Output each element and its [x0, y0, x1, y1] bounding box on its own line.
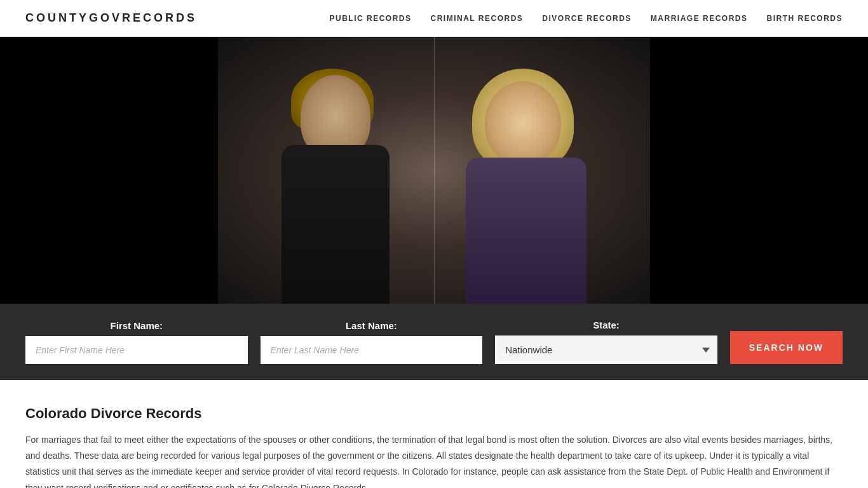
figure-right-body [466, 158, 587, 304]
state-select-wrapper: NationwideAlabamaAlaskaArizonaArkansasCa… [495, 336, 717, 364]
first-name-field: First Name: [25, 320, 248, 364]
hero-image [218, 37, 650, 304]
state-field: State: NationwideAlabamaAlaskaArizonaArk… [495, 320, 717, 364]
figure-left [269, 62, 409, 304]
nav-marriage-records[interactable]: MARRIAGE RECORDS [651, 14, 748, 23]
content-section: Colorado Divorce Records For marriages t… [0, 380, 868, 488]
figure-right-head [485, 81, 561, 164]
hero-background [0, 37, 868, 304]
search-now-button[interactable]: SEARCH NOW [730, 331, 843, 364]
state-select[interactable]: NationwideAlabamaAlaskaArizonaArkansasCa… [495, 336, 717, 364]
site-header: COUNTYGOVRECORDS PUBLIC RECORDS CRIMINAL… [0, 0, 868, 37]
last-name-field: Last Name: [261, 320, 483, 364]
first-name-label: First Name: [25, 320, 248, 331]
content-title: Colorado Divorce Records [25, 405, 843, 422]
figure-right [459, 62, 599, 304]
search-panel: First Name: Last Name: State: Nationwide… [0, 304, 868, 380]
hero-section [0, 37, 868, 304]
nav-criminal-records[interactable]: CRIMINAL RECORDS [431, 14, 524, 23]
nav-divorce-records[interactable]: DIVORCE RECORDS [542, 14, 632, 23]
last-name-input[interactable] [261, 336, 483, 364]
site-logo[interactable]: COUNTYGOVRECORDS [25, 11, 197, 25]
content-body: For marriages that fail to meet either t… [25, 432, 843, 488]
main-nav: PUBLIC RECORDS CRIMINAL RECORDS DIVORCE … [330, 14, 843, 23]
first-name-input[interactable] [25, 336, 248, 364]
hero-divider [434, 37, 435, 304]
state-label: State: [495, 320, 717, 330]
nav-birth-records[interactable]: BIRTH RECORDS [766, 14, 843, 23]
nav-public-records[interactable]: PUBLIC RECORDS [330, 14, 412, 23]
figure-left-body [281, 145, 390, 304]
last-name-label: Last Name: [261, 320, 483, 331]
